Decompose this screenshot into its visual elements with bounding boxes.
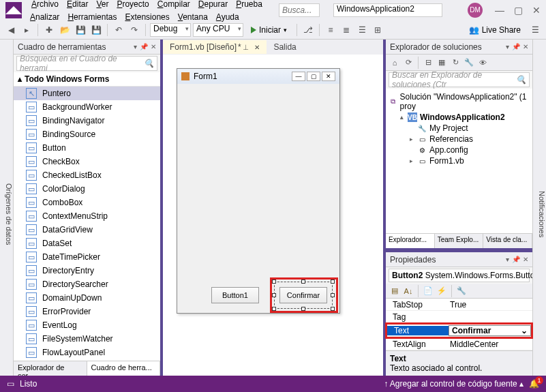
align-button-4[interactable]: ⊞	[371, 23, 384, 37]
menu-ver[interactable]: Ver	[93, 0, 111, 10]
menu-compilar[interactable]: Compilar	[155, 0, 193, 10]
menu-editar[interactable]: Editar	[64, 0, 91, 10]
toolbox-item[interactable]: ▭DataGridView	[14, 223, 160, 237]
toolbox-item[interactable]: ▭BindingSource	[14, 127, 160, 141]
panel-dropdown-icon[interactable]: ▾	[506, 43, 509, 50]
menu-ayuda[interactable]: Ayuda	[213, 11, 242, 23]
menu-analizar[interactable]: Analizar	[27, 11, 62, 23]
menu-ventana[interactable]: Ventana	[175, 11, 211, 23]
nav-fwd-button[interactable]: ▸	[20, 23, 33, 37]
pin-icon[interactable]: 📌	[512, 256, 520, 263]
nav-back-button[interactable]: ◀	[4, 23, 18, 37]
toolbox-group-header[interactable]: ▴ Todo Windows Forms	[14, 72, 160, 87]
save-button[interactable]: 💾	[74, 23, 87, 37]
toolbox-item[interactable]: ▭DomainUpDown	[14, 291, 160, 305]
tree-node[interactable]: ▸▭Form1.vb	[389, 155, 530, 166]
pin-icon[interactable]: 📌	[512, 43, 520, 50]
show-all-icon[interactable]: ▦	[436, 57, 448, 69]
open-button[interactable]: 📂	[58, 23, 72, 37]
toolbox-item[interactable]: ▭BackgroundWorker	[14, 100, 160, 114]
form-designer[interactable]: Form1 — ▢ ✕ Button1 Confirmar	[163, 55, 383, 376]
categorize-icon[interactable]: ▤	[389, 285, 401, 297]
tab-solution-explorer[interactable]: Explorador...	[386, 234, 435, 248]
toolbox-item[interactable]: ▭DirectoryEntry	[14, 264, 160, 277]
panel-close-icon[interactable]: ✕	[151, 43, 156, 50]
config-combo[interactable]: Debug	[150, 23, 191, 37]
property-row[interactable]: TextConfirmar	[387, 325, 531, 337]
form-body[interactable]: Button1 Confirmar	[177, 84, 339, 313]
property-value[interactable]: MiddleCenter	[447, 340, 532, 349]
toolbox-item[interactable]: ▭BindingNavigator	[14, 114, 160, 127]
toolbox-item[interactable]: ▭ContextMenuStrip	[14, 209, 160, 223]
toolbox-item[interactable]: ▭CheckedListBox	[14, 168, 160, 182]
home-icon[interactable]: ⌂	[389, 57, 401, 69]
footer-tab-server-explorer[interactable]: Explorador de ser...	[14, 361, 87, 376]
menu-prueba[interactable]: Prueba	[233, 0, 265, 10]
panel-close-icon[interactable]: ✕	[523, 43, 528, 50]
collapse-all-icon[interactable]: ⊟	[422, 57, 434, 69]
pin-icon[interactable]: 📌	[140, 43, 148, 50]
design-button1[interactable]: Button1	[211, 287, 259, 303]
undo-button[interactable]: ↶	[112, 23, 125, 37]
design-form-window[interactable]: Form1 — ▢ ✕ Button1 Confirmar	[177, 68, 340, 314]
view-icon[interactable]: 👁	[476, 57, 489, 69]
menu-archivo[interactable]: Archivo	[29, 0, 61, 10]
expand-icon[interactable]: ▴	[398, 114, 405, 121]
maximize-button[interactable]: ▢	[514, 5, 523, 16]
expand-icon[interactable]: ▸	[408, 136, 414, 142]
props-page-icon[interactable]: 📄	[422, 285, 434, 297]
toolbox-item[interactable]: ▭ColorDialog	[14, 182, 160, 196]
property-value[interactable]: True	[447, 300, 532, 310]
toolbox-item[interactable]: ▭ComboBox	[14, 196, 160, 209]
solution-search-input[interactable]: Buscar en Explorador de soluciones (Ctr …	[389, 72, 530, 87]
align-button-2[interactable]: ≣	[339, 23, 353, 37]
tree-node[interactable]: ▸▭Referencias	[389, 134, 530, 145]
wrench-icon[interactable]: 🔧	[455, 285, 468, 297]
save-all-button[interactable]: 💾	[89, 23, 103, 37]
toolbox-item[interactable]: ▭Button	[14, 141, 160, 155]
toolbox-item[interactable]: ▭EventLog	[14, 318, 160, 332]
doc-tab-active[interactable]: Form1.vb [Diseño]* ⟂ ✕	[163, 40, 267, 54]
tab-team-explorer[interactable]: Team Explo...	[435, 234, 484, 248]
property-row[interactable]: Tag	[386, 311, 532, 323]
toolbox-item[interactable]: ▭CheckBox	[14, 155, 160, 168]
step-button[interactable]: ⎇	[301, 23, 315, 37]
toolbox-item[interactable]: ▭DirectorySearcher	[14, 277, 160, 291]
platform-combo[interactable]: Any CPU	[193, 23, 243, 37]
notifications-button[interactable]: 🔔1	[529, 379, 539, 389]
minimize-button[interactable]: —	[495, 5, 504, 16]
panel-dropdown-icon[interactable]: ▾	[506, 256, 509, 263]
toolbox-item[interactable]: ↖Puntero	[14, 87, 160, 100]
property-row[interactable]: TabStopTrue	[386, 299, 532, 311]
panel-close-icon[interactable]: ✕	[523, 256, 528, 263]
quick-search-input[interactable]	[279, 3, 320, 17]
properties-object-selector[interactable]: Button2 System.Windows.Forms.Button ▾	[389, 269, 530, 282]
toolbox-search-input[interactable]: Búsqueda en el Cuadro de herrami 🔍	[16, 56, 157, 71]
tab-class-view[interactable]: Vista de cla...	[483, 234, 532, 248]
tree-solution-node[interactable]: ⧉ Solución "WindowsApplication2" (1 proy	[389, 91, 530, 112]
menu-proyecto[interactable]: Proyecto	[114, 0, 151, 10]
menu-herramientas[interactable]: Herramientas	[65, 11, 119, 23]
toolbox-item[interactable]: ▭FlowLayoutPanel	[14, 346, 160, 359]
close-button[interactable]: ✕	[532, 5, 541, 16]
source-control-button[interactable]: ↑ Agregar al control de código fuente ▴	[384, 379, 524, 389]
properties-grid[interactable]: TabStopTrueTagTextConfirmarTextAlignMidd…	[386, 299, 532, 350]
refresh-icon[interactable]: ↻	[449, 57, 461, 69]
events-icon[interactable]: ⚡	[436, 285, 448, 297]
menu-extensiones[interactable]: Extensiones	[122, 11, 172, 23]
align-button-3[interactable]: ☰	[355, 23, 369, 37]
liveshare-button[interactable]: 👥 Live Share	[464, 25, 526, 35]
data-sources-tab[interactable]: Orígenes de datos	[0, 40, 14, 376]
solution-tree[interactable]: ⧉ Solución "WindowsApplication2" (1 proy…	[386, 89, 532, 233]
project-selector[interactable]: WindowsApplication2	[333, 3, 442, 17]
panel-dropdown-icon[interactable]: ▾	[134, 43, 137, 50]
properties-icon[interactable]: 🔧	[463, 57, 475, 69]
footer-tab-toolbox[interactable]: Cuadro de herra...	[87, 361, 161, 376]
sync-icon[interactable]: ⟳	[402, 57, 414, 69]
tree-node[interactable]: 🔧My Project	[389, 123, 530, 134]
user-avatar[interactable]: DM	[468, 3, 483, 18]
expand-icon[interactable]: ▸	[408, 157, 414, 164]
alphabetical-icon[interactable]: A↓	[402, 285, 414, 297]
property-row[interactable]: TextAlignMiddleCenter	[386, 338, 532, 350]
align-button-1[interactable]: ≡	[324, 23, 337, 37]
